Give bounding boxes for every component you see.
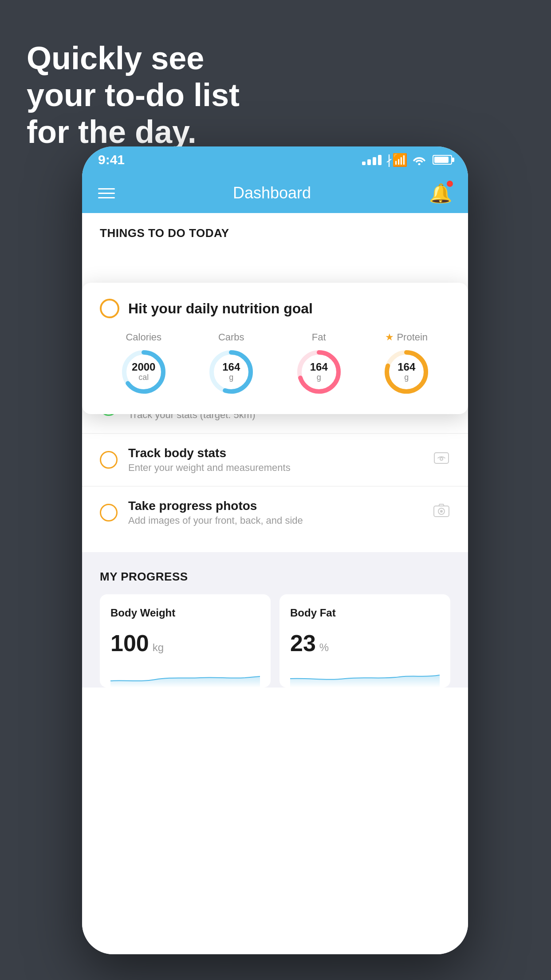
progress-section: MY PROGRESS Body Weight 100 kg (82, 552, 468, 688)
todo-text-photos: Take progress photos Add images of your … (128, 499, 422, 526)
progress-cards: Body Weight 100 kg (100, 594, 450, 688)
todo-circle-body-stats (100, 451, 118, 469)
notification-badge (447, 181, 453, 187)
todo-circle-photos (100, 504, 118, 522)
svg-point-14 (440, 510, 443, 513)
todo-item-body-stats[interactable]: Track body stats Enter your weight and m… (82, 433, 468, 486)
nutrition-stats: Calories 2000 cal (100, 332, 450, 396)
things-section-header: THINGS TO DO TODAY (82, 213, 468, 247)
battery-icon (433, 155, 452, 165)
stat-calories-label: Calories (126, 332, 161, 343)
star-icon: ★ (385, 332, 394, 343)
nutrition-card-title: Hit your daily nutrition goal (128, 300, 313, 317)
body-fat-unit: % (319, 641, 329, 654)
protein-value: 164 (398, 361, 415, 373)
calories-unit: cal (132, 373, 155, 383)
todo-sub-photos: Add images of your front, back, and side (128, 515, 422, 526)
nutrition-card-header: Hit your daily nutrition goal (100, 299, 450, 318)
body-weight-unit: kg (153, 641, 164, 654)
hero-headline: Quickly see your to-do list for the day. (27, 40, 240, 150)
body-fat-value: 23 (290, 630, 316, 656)
wifi-icon: ∤📶 (386, 153, 408, 167)
body-fat-card: Body Fat 23 % (279, 594, 450, 688)
protein-donut: 164 g (382, 348, 431, 396)
body-weight-card: Body Weight 100 kg (100, 594, 271, 688)
todo-label-photos: Take progress photos (128, 499, 422, 513)
todo-label-body-stats: Track body stats (128, 446, 422, 460)
progress-title: MY PROGRESS (100, 570, 450, 584)
stat-fat-label: Fat (312, 332, 326, 343)
carbs-unit: g (222, 373, 240, 383)
nutrition-check-circle (100, 299, 119, 318)
todo-item-photos[interactable]: Take progress photos Add images of your … (82, 486, 468, 539)
stat-carbs: Carbs 164 g (207, 332, 256, 396)
scale-icon (433, 450, 450, 470)
protein-unit: g (398, 373, 415, 383)
signal-icon (362, 155, 382, 165)
fat-donut: 164 g (295, 348, 343, 396)
fat-value: 164 (310, 361, 328, 373)
stat-fat: Fat 164 g (295, 332, 343, 396)
nav-bar: Dashboard 🔔 (82, 173, 468, 213)
calories-donut: 2000 cal (119, 348, 168, 396)
body-fat-value-row: 23 % (290, 630, 440, 656)
body-weight-chart (110, 665, 260, 688)
body-weight-title: Body Weight (110, 607, 260, 619)
nutrition-card: Hit your daily nutrition goal Calories (82, 283, 468, 414)
notification-button[interactable]: 🔔 (429, 182, 452, 204)
photo-icon (433, 503, 450, 522)
phone-frame: 9:41 ∤📶 Dashboard (82, 146, 468, 954)
stat-protein: ★ Protein 164 g (382, 332, 431, 396)
status-bar: 9:41 ∤📶 (82, 146, 468, 173)
hamburger-line (98, 197, 115, 198)
body-weight-value-row: 100 kg (110, 630, 260, 656)
svg-point-11 (440, 458, 443, 460)
wifi-icon (412, 154, 426, 165)
menu-button[interactable] (98, 188, 115, 198)
stat-carbs-label: Carbs (218, 332, 244, 343)
carbs-donut: 164 g (207, 348, 256, 396)
nav-title: Dashboard (233, 184, 311, 202)
things-title: THINGS TO DO TODAY (100, 226, 229, 240)
body-fat-title: Body Fat (290, 607, 440, 619)
body-fat-chart (290, 665, 440, 688)
calories-value: 2000 (132, 361, 155, 373)
scroll-content: THINGS TO DO TODAY Hit your daily nutrit… (82, 213, 468, 954)
todo-text-body-stats: Track body stats Enter your weight and m… (128, 446, 422, 474)
carbs-value: 164 (222, 361, 240, 373)
todo-sub-body-stats: Enter your weight and measurements (128, 462, 422, 474)
hamburger-line (98, 193, 115, 194)
svg-point-0 (418, 163, 421, 166)
hamburger-line (98, 188, 115, 190)
fat-unit: g (310, 373, 328, 383)
stat-protein-label: ★ Protein (385, 332, 428, 343)
status-icons: ∤📶 (362, 153, 452, 167)
body-weight-value: 100 (110, 630, 149, 656)
status-time: 9:41 (98, 152, 125, 167)
stat-calories: Calories 2000 cal (119, 332, 168, 396)
